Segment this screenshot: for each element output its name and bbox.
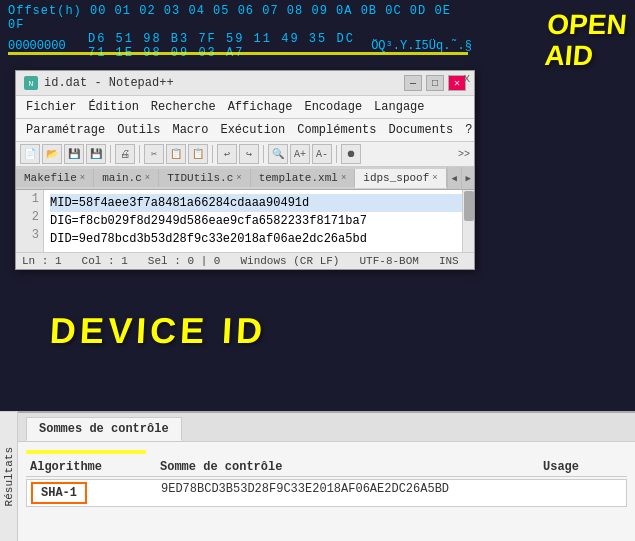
tab-nav: ◀ ▶ bbox=[447, 167, 474, 189]
yellow-stripe bbox=[26, 450, 146, 454]
toolbar-undo[interactable]: ↩ bbox=[217, 144, 237, 164]
toolbar-open[interactable]: 📂 bbox=[42, 144, 62, 164]
toolbar-copy[interactable]: 📋 bbox=[166, 144, 186, 164]
bottom-content: Algorithme Somme de contrôle Usage SHA-1… bbox=[18, 442, 635, 511]
menu-encodage[interactable]: Encodage bbox=[298, 98, 368, 116]
toolbar-sep3 bbox=[212, 145, 213, 163]
header-checksum: Somme de contrôle bbox=[150, 460, 543, 474]
status-enc: UTF-8-BOM bbox=[359, 255, 418, 267]
hex-bytes: D6 51 98 B3 7F 59 11 49 35 DC 71 1E 98 0… bbox=[88, 32, 363, 60]
hex-ascii: ÖQ³.Y.I5Üq.˜.§ bbox=[371, 39, 472, 53]
status-ln: Ln : 1 bbox=[22, 255, 62, 267]
menu-help[interactable]: ? bbox=[459, 121, 478, 139]
menu-fichier[interactable]: Fichier bbox=[20, 98, 82, 116]
toolbar-zoom-in[interactable]: A+ bbox=[290, 144, 310, 164]
tab-mainc[interactable]: main.c × bbox=[94, 169, 159, 187]
row-algo: SHA-1 bbox=[31, 482, 151, 504]
toolbar: 📄 📂 💾 💾 🖨 ✂ 📋 📋 ↩ ↪ 🔍 A+ A- ⏺ >> bbox=[16, 142, 474, 167]
tab-nav-left[interactable]: ◀ bbox=[447, 167, 461, 189]
toolbar-macro-rec[interactable]: ⏺ bbox=[341, 144, 361, 164]
tab-sommes[interactable]: Sommes de contrôle bbox=[26, 417, 182, 441]
titlebar-controls: — □ ✕ bbox=[404, 75, 466, 91]
toolbar-new[interactable]: 📄 bbox=[20, 144, 40, 164]
toolbar-sep1 bbox=[110, 145, 111, 163]
tab-mainc-label: main.c bbox=[102, 172, 142, 184]
menu-langage[interactable]: Langage bbox=[368, 98, 430, 116]
tab-makefile[interactable]: Makefile × bbox=[16, 169, 94, 187]
code-line-1: MID=58f4aee3f7a8481a66284cdaaa90491d bbox=[50, 194, 470, 212]
tab-template-close[interactable]: × bbox=[341, 173, 346, 183]
code-line-2: DIG=f8cb029f8d2949d586eae9cfa6582233f817… bbox=[50, 212, 470, 230]
open-text: OPEN bbox=[546, 10, 628, 41]
toolbar-print[interactable]: 🖨 bbox=[115, 144, 135, 164]
device-id-text: DEVICE ID bbox=[49, 310, 267, 352]
code-line-3: DID=9ed78bcd3b53d28f9c33e2018af06ae2dc26… bbox=[50, 230, 470, 248]
code-line-2-text: DIG=f8cb029f8d2949d586eae9cfa6582233f817… bbox=[50, 212, 367, 230]
yellow-underline bbox=[8, 52, 468, 55]
notepad-window: N id.dat - Notepad++ — □ ✕ Fichier Éditi… bbox=[15, 70, 475, 270]
bottom-panel: Sommes de contrôle Algorithme Somme de c… bbox=[18, 411, 635, 541]
toolbar-sep5 bbox=[336, 145, 337, 163]
row-checksum: 9ED78BCD3B53D28F9C33E2018AF06AE2DC26A5BD bbox=[151, 482, 542, 504]
open-aid-text: OPEN AID bbox=[543, 10, 628, 72]
status-eol: Windows (CR LF) bbox=[240, 255, 339, 267]
header-algo: Algorithme bbox=[30, 460, 150, 474]
toolbar-cut[interactable]: ✂ bbox=[144, 144, 164, 164]
tab-template-label: template.xml bbox=[259, 172, 338, 184]
titlebar-left: N id.dat - Notepad++ bbox=[24, 76, 174, 90]
menu-execution[interactable]: Exécution bbox=[214, 121, 291, 139]
menu-edition[interactable]: Édition bbox=[82, 98, 144, 116]
toolbar-save[interactable]: 💾 bbox=[64, 144, 84, 164]
hex-row: 00000000 D6 51 98 B3 7F 59 11 49 35 DC 7… bbox=[8, 32, 472, 60]
hex-offset: 00000000 bbox=[8, 39, 88, 53]
menu-recherche[interactable]: Recherche bbox=[145, 98, 222, 116]
tab-tidutils-label: TIDUtils.c bbox=[167, 172, 233, 184]
menu-affichage[interactable]: Affichage bbox=[222, 98, 299, 116]
toolbar-sep2 bbox=[139, 145, 140, 163]
resultats-sidebar: Résultats bbox=[0, 411, 18, 541]
maximize-button[interactable]: □ bbox=[426, 75, 444, 91]
header-usage: Usage bbox=[543, 460, 623, 474]
table-header: Algorithme Somme de contrôle Usage bbox=[26, 458, 627, 477]
tab-idps-close[interactable]: × bbox=[432, 173, 437, 183]
line-numbers: 1 2 3 bbox=[16, 190, 44, 252]
row-usage bbox=[542, 482, 622, 504]
hex-editor: Offset(h) 00 01 02 03 04 05 06 07 08 09 … bbox=[0, 0, 480, 64]
menu-complements[interactable]: Compléments bbox=[291, 121, 382, 139]
toolbar-sep4 bbox=[263, 145, 264, 163]
menubar-row2: Paramétrage Outils Macro Exécution Compl… bbox=[16, 119, 474, 142]
tab-makefile-close[interactable]: × bbox=[80, 173, 85, 183]
hex-header: Offset(h) 00 01 02 03 04 05 06 07 08 09 … bbox=[8, 4, 472, 32]
menu-documents[interactable]: Documents bbox=[382, 121, 459, 139]
menubar-row1: Fichier Édition Recherche Affichage Enco… bbox=[16, 96, 474, 119]
tab-template[interactable]: template.xml × bbox=[251, 169, 356, 187]
minimize-button[interactable]: — bbox=[404, 75, 422, 91]
toolbar-paste[interactable]: 📋 bbox=[188, 144, 208, 164]
status-ins: INS bbox=[439, 255, 459, 267]
notepad-title: id.dat - Notepad++ bbox=[44, 76, 174, 90]
toolbar-find[interactable]: 🔍 bbox=[268, 144, 288, 164]
tab-idps[interactable]: idps_spoof × bbox=[355, 169, 446, 188]
code-line-1-text: MID=58f4aee3f7a8481a66284cdaaa90491d bbox=[50, 194, 309, 212]
menu-macro[interactable]: Macro bbox=[166, 121, 214, 139]
menu-parametrage[interactable]: Paramétrage bbox=[20, 121, 111, 139]
bottom-tabs: Sommes de contrôle bbox=[18, 413, 635, 442]
sha1-badge: SHA-1 bbox=[31, 482, 87, 504]
tab-tidutils-close[interactable]: × bbox=[236, 173, 241, 183]
status-col: Col : 1 bbox=[82, 255, 128, 267]
tab-tidutils[interactable]: TIDUtils.c × bbox=[159, 169, 250, 187]
resultats-label: Résultats bbox=[3, 447, 15, 506]
tab-mainc-close[interactable]: × bbox=[145, 173, 150, 183]
scrollbar-vertical[interactable] bbox=[462, 190, 474, 252]
menu-outils[interactable]: Outils bbox=[111, 121, 166, 139]
toolbar-zoom-out[interactable]: A- bbox=[312, 144, 332, 164]
toolbar-saveall[interactable]: 💾 bbox=[86, 144, 106, 164]
code-area[interactable]: MID=58f4aee3f7a8481a66284cdaaa90491d DIG… bbox=[46, 192, 474, 250]
table-row: SHA-1 9ED78BCD3B53D28F9C33E2018AF06AE2DC… bbox=[26, 479, 627, 507]
statusbar: Ln : 1 Col : 1 Sel : 0 | 0 Windows (CR L… bbox=[16, 252, 474, 269]
tabs-bar: Makefile × main.c × TIDUtils.c × templat… bbox=[16, 167, 474, 190]
aid-text: AID bbox=[543, 41, 625, 72]
tab-nav-right[interactable]: ▶ bbox=[461, 167, 474, 189]
toolbar-redo[interactable]: ↪ bbox=[239, 144, 259, 164]
toolbar-expand[interactable]: >> bbox=[456, 147, 472, 162]
